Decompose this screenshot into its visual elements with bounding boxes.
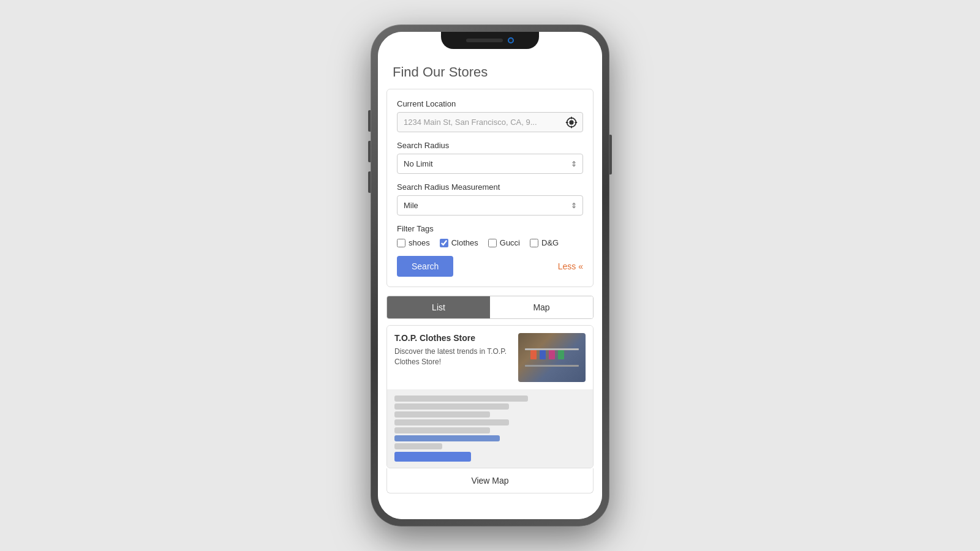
view-map-bar[interactable]: View Map: [386, 468, 594, 493]
filter-tag-shoes[interactable]: shoes: [397, 238, 430, 247]
filter-tag-clothes[interactable]: Clothes: [440, 238, 478, 247]
radius-field-section: Search Radius No Limit 5 Miles 10 Miles …: [397, 141, 583, 174]
search-card: Current Location: [386, 89, 594, 287]
measurement-field-section: Search Radius Measurement Mile Kilometer…: [397, 182, 583, 216]
tab-list[interactable]: List: [387, 296, 490, 318]
checkbox-gucci[interactable]: [488, 239, 497, 247]
phone-screen: Find Our Stores Current Location: [378, 32, 602, 519]
store-name: T.O.P. Clothes Store: [394, 333, 512, 343]
location-crosshair-icon[interactable]: [565, 116, 578, 129]
filter-tag-shoes-label: shoes: [409, 238, 430, 247]
phone-frame: Find Our Stores Current Location: [371, 24, 609, 527]
location-input[interactable]: [397, 112, 583, 132]
search-button[interactable]: Search: [397, 256, 453, 277]
email-label-line: [394, 427, 490, 433]
filter-tag-dg-label: D&G: [541, 238, 559, 247]
filter-tag-gucci[interactable]: Gucci: [488, 238, 520, 247]
distance-line: [394, 443, 442, 449]
store-details: [387, 389, 593, 468]
radius-select[interactable]: No Limit 5 Miles 10 Miles 25 Miles 50 Mi…: [397, 154, 583, 174]
measurement-label: Search Radius Measurement: [397, 182, 583, 192]
address-line2: [394, 403, 509, 410]
store-description: Discover the latest trends in T.O.P. Clo…: [394, 347, 512, 367]
filter-tags-section: Filter Tags shoes Clothes Gucci: [397, 224, 583, 247]
email-link[interactable]: [394, 435, 500, 441]
screen-content: Find Our Stores Current Location: [378, 32, 602, 519]
filter-tags-label: Filter Tags: [397, 224, 583, 233]
phone-line: [394, 419, 509, 425]
tabs-row: List Map: [386, 296, 594, 319]
filter-tag-dg[interactable]: D&G: [530, 238, 559, 247]
directions-button[interactable]: [394, 452, 471, 462]
store-info: T.O.P. Clothes Store Discover the latest…: [394, 333, 512, 382]
clothing-rack-sim: [525, 348, 579, 350]
notch-camera: [508, 37, 514, 43]
less-link[interactable]: Less «: [558, 261, 583, 271]
checkbox-shoes[interactable]: [397, 239, 405, 247]
shelf-sim: [525, 365, 579, 367]
filter-tags-grid: shoes Clothes Gucci D&G: [397, 238, 583, 247]
tab-map[interactable]: Map: [490, 296, 593, 318]
notch-speaker: [466, 39, 503, 42]
checkbox-dg[interactable]: [530, 239, 538, 247]
store-image-sim: [518, 333, 586, 382]
store-card: T.O.P. Clothes Store Discover the latest…: [386, 325, 594, 468]
address-line3: [394, 411, 490, 418]
location-input-wrapper: [397, 112, 583, 132]
address-line1: [394, 395, 528, 402]
store-card-top: T.O.P. Clothes Store Discover the latest…: [387, 326, 593, 389]
phone-notch: [441, 32, 539, 49]
filter-tag-clothes-label: Clothes: [451, 238, 478, 247]
location-label: Current Location: [397, 99, 583, 108]
action-row: Search Less «: [397, 256, 583, 277]
svg-point-1: [570, 121, 573, 124]
filter-tag-gucci-label: Gucci: [500, 238, 520, 247]
page-title: Find Our Stores: [378, 53, 602, 89]
location-field-section: Current Location: [397, 99, 583, 132]
measurement-select-wrapper: Mile Kilometer ⇕: [397, 195, 583, 216]
measurement-select[interactable]: Mile Kilometer: [397, 195, 583, 216]
checkbox-clothes[interactable]: [440, 239, 448, 247]
radius-select-wrapper: No Limit 5 Miles 10 Miles 25 Miles 50 Mi…: [397, 154, 583, 174]
radius-label: Search Radius: [397, 141, 583, 150]
store-image: [518, 333, 586, 382]
